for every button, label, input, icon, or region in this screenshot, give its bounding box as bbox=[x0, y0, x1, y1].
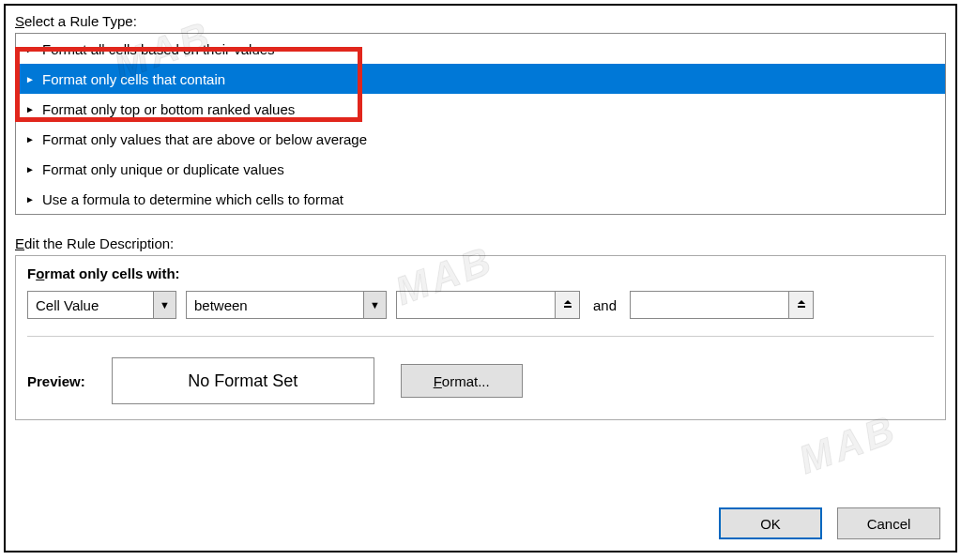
value-input-2[interactable] bbox=[630, 291, 814, 319]
select-rule-type-label: Select a Rule Type: bbox=[15, 13, 946, 29]
rule-type-text: Format only values that are above or bel… bbox=[42, 131, 367, 147]
rule-type-list[interactable]: ► Format all cells based on their values… bbox=[15, 33, 946, 215]
cancel-button[interactable]: Cancel bbox=[837, 507, 940, 539]
arrow-icon: ► bbox=[25, 74, 37, 84]
arrow-icon: ► bbox=[25, 194, 37, 204]
rule-type-text: Format only unique or duplicate values bbox=[42, 161, 284, 177]
cell-value-dropdown[interactable]: Cell Value ▼ bbox=[27, 291, 176, 319]
arrow-icon: ► bbox=[25, 44, 37, 54]
value-input-1[interactable] bbox=[396, 291, 580, 319]
preview-label: Preview: bbox=[27, 373, 85, 389]
dropdown-text: between bbox=[186, 291, 364, 319]
rule-type-text: Format only cells that contain bbox=[42, 71, 225, 87]
condition-controls: Cell Value ▼ between ▼ and bbox=[27, 291, 934, 337]
preview-box: No Format Set bbox=[112, 357, 374, 404]
edit-rule-description-section: Edit the Rule Description: Format only c… bbox=[15, 235, 946, 420]
preview-row: Preview: No Format Set Format... bbox=[27, 357, 934, 404]
rule-type-text: Format only top or bottom ranked values bbox=[42, 101, 295, 117]
comparison-dropdown[interactable]: between ▼ bbox=[186, 291, 387, 319]
rule-type-text: Use a formula to determine which cells t… bbox=[42, 191, 343, 207]
rule-type-item[interactable]: ► Format only unique or duplicate values bbox=[16, 154, 945, 184]
label-accel: o bbox=[36, 265, 44, 281]
collapse-dialog-icon[interactable] bbox=[556, 291, 580, 319]
description-box: Format only cells with: Cell Value ▼ bet… bbox=[15, 255, 946, 420]
rule-type-item[interactable]: ► Format only values that are above or b… bbox=[16, 124, 945, 154]
arrow-icon: ► bbox=[25, 164, 37, 174]
svg-rect-0 bbox=[564, 306, 572, 308]
arrow-icon: ► bbox=[25, 104, 37, 114]
dropdown-text: Cell Value bbox=[27, 291, 154, 319]
format-button[interactable]: Format... bbox=[401, 364, 523, 398]
label-rest: dit the Rule Description: bbox=[24, 235, 174, 251]
rule-type-item[interactable]: ► Format only top or bottom ranked value… bbox=[16, 94, 945, 124]
label-rest: ormat... bbox=[442, 373, 490, 389]
chevron-down-icon[interactable]: ▼ bbox=[154, 291, 176, 319]
rule-type-item[interactable]: ► Format all cells based on their values bbox=[16, 34, 945, 64]
edit-rule-desc-label: Edit the Rule Description: bbox=[15, 235, 946, 251]
svg-rect-1 bbox=[798, 306, 805, 308]
reference-field[interactable] bbox=[630, 291, 789, 319]
reference-field[interactable] bbox=[396, 291, 556, 319]
rule-type-text: Format all cells based on their values bbox=[42, 41, 275, 57]
label-accel: E bbox=[15, 235, 24, 251]
arrow-icon: ► bbox=[25, 134, 37, 144]
chevron-down-icon[interactable]: ▼ bbox=[364, 291, 387, 319]
rule-type-item[interactable]: ► Format only cells that contain bbox=[16, 64, 945, 94]
rule-type-item[interactable]: ► Use a formula to determine which cells… bbox=[16, 184, 945, 214]
and-label: and bbox=[589, 297, 620, 313]
ok-button[interactable]: OK bbox=[719, 507, 822, 539]
label-rest: elect a Rule Type: bbox=[24, 13, 137, 29]
dialog-container: Select a Rule Type: ► Format all cells b… bbox=[4, 4, 957, 552]
label-rest: rmat only cells with: bbox=[44, 265, 179, 281]
collapse-dialog-icon[interactable] bbox=[789, 291, 814, 319]
format-only-cells-with-label: Format only cells with: bbox=[27, 265, 934, 281]
dialog-buttons: OK Cancel bbox=[719, 507, 940, 539]
label-accel: F bbox=[434, 373, 442, 389]
label-accel: S bbox=[15, 13, 24, 29]
